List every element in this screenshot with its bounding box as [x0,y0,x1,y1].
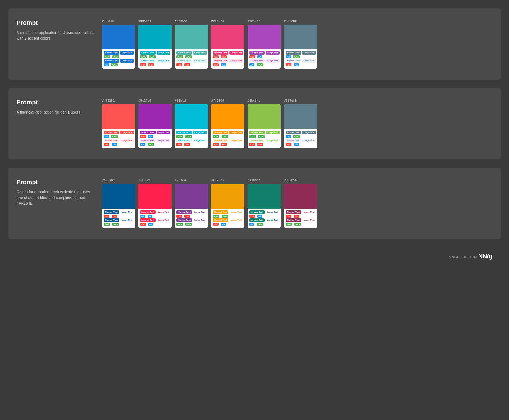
normal-text-btn-5[interactable]: Normal Text [286,131,301,134]
large-text-btn-3[interactable]: Large Text [229,131,243,134]
rating-row-1-5: AAAAA [286,55,315,58]
large-text-btn-4[interactable]: Large Text [266,210,280,214]
large-text-btn-2[interactable]: Large Text [193,210,207,214]
normal-text-btn-1[interactable]: Normal Text [140,210,156,214]
normal-text-btn2-2[interactable]: Normal Text [176,59,192,63]
rating-row-1-4: FailAA [249,55,279,58]
section-3-title: Prompt [17,179,94,186]
large-text-btn-1[interactable]: Large Text [157,131,170,134]
rating-badge-2-1: Fail [184,215,190,218]
normal-text-btn2-4[interactable]: Normal Text [249,218,265,222]
rating-badge2-5-1: AAA [294,223,301,226]
large-text-btn-0[interactable]: Large Text [120,210,134,214]
footer-site: NNGROUP.COM [449,255,477,259]
normal-text-btn2-0[interactable]: Normal Text [104,218,119,222]
normal-text-btn-2[interactable]: Normal Text [176,210,192,214]
large-text-btn-0[interactable]: Large Text [120,131,134,134]
large-text-btn2-2[interactable]: Large Text [193,59,207,63]
color-card-wrapper-3: #F29F05Normal TextLarge TextAAAAAANormal… [211,179,244,228]
color-hex-0: #1976d2 [102,19,115,23]
color-card-body-5: Normal TextLarge TextAAAAANormal TextLar… [284,129,317,148]
color-swatch-4 [248,104,281,129]
normal-text-btn-2[interactable]: Normal Text [176,51,192,55]
large-text-btn-5[interactable]: Large Text [302,210,316,214]
normal-text-btn2-4[interactable]: Normal Text [249,59,265,63]
large-text-btn2-1[interactable]: Large Text [157,59,170,63]
large-text-btn2-4[interactable]: Large Text [266,59,280,63]
large-text-btn2-5[interactable]: Large Text [302,218,316,222]
normal-text-btn2-1[interactable]: Normal Text [140,139,156,142]
large-text-btn2-1[interactable]: Large Text [157,218,170,222]
rating-badge-2-0: AAA [176,55,183,58]
large-text-btn-3[interactable]: Large Text [229,51,243,55]
rating-row-1-0: FailFail [104,215,133,218]
normal-text-btn-3[interactable]: Normal Text [213,210,228,214]
large-text-btn2-1[interactable]: Large Text [157,139,170,142]
rating-row-3-1: AAAAA [140,143,170,146]
large-text-btn-1[interactable]: Large Text [157,210,170,214]
normal-text-btn2-0[interactable]: Normal Text [104,59,119,63]
large-text-btn2-5[interactable]: Large Text [302,139,316,142]
contrast-row-0-1: Normal TextLarge Text [140,51,170,55]
normal-text-btn2-1[interactable]: Normal Text [140,218,156,222]
normal-text-btn-4[interactable]: Normal Text [249,210,265,214]
large-text-btn-3[interactable]: Large Text [229,210,243,214]
color-swatch-3 [211,25,244,49]
rating-badge-5-0: AA [286,135,291,138]
normal-text-btn2-3[interactable]: Normal Text [213,218,228,222]
normal-text-btn-0[interactable]: Normal Text [104,51,119,55]
large-text-btn2-2[interactable]: Large Text [193,139,207,142]
large-text-btn-1[interactable]: Large Text [157,51,170,55]
large-text-btn2-2[interactable]: Large Text [193,218,207,222]
large-text-btn2-0[interactable]: Large Text [120,139,134,142]
large-text-btn2-4[interactable]: Large Text [266,139,280,142]
normal-text-btn-0[interactable]: Normal Text [104,131,119,134]
normal-text-btn2-3[interactable]: Normal Text [213,139,228,142]
normal-text-btn2-4[interactable]: Normal Text [249,139,265,142]
rating-row-3-5: AAAAAA [286,223,315,226]
large-text-btn2-3[interactable]: Large Text [229,218,243,222]
rating-row-1-0: AAAAA [104,135,133,138]
normal-text-btn2-5[interactable]: Normal Text [286,139,301,142]
section-3-cards: #005792Normal TextLarge TextFailFailNorm… [102,179,492,228]
large-text-btn2-3[interactable]: Large Text [229,139,243,142]
normal-text-btn-3[interactable]: Normal Text [213,51,228,55]
large-text-btn-0[interactable]: Large Text [120,51,134,55]
rating-badge2-2-1: Fail [184,143,190,146]
color-swatch-4 [248,25,281,49]
normal-text-btn-1[interactable]: Normal Text [140,131,156,134]
normal-text-btn2-1[interactable]: Normal Text [140,59,156,63]
large-text-btn-5[interactable]: Large Text [302,51,316,55]
large-text-btn2-4[interactable]: Large Text [266,218,280,222]
large-text-btn-2[interactable]: Large Text [193,131,207,134]
normal-text-btn-4[interactable]: Normal Text [249,131,265,134]
large-text-btn-4[interactable]: Large Text [266,131,280,134]
large-text-btn-4[interactable]: Large Text [266,51,280,55]
normal-text-btn2-3[interactable]: Normal Text [213,59,228,63]
normal-text-btn2-0[interactable]: Normal Text [104,139,119,142]
color-card-body-0: Normal TextLarge TextFailFailNormal Text… [102,209,135,228]
large-text-btn-5[interactable]: Large Text [302,131,316,134]
rating-badge-4-1: AA [257,55,262,58]
large-text-btn2-0[interactable]: Large Text [120,59,134,63]
rating-badge2-0-1: AA [112,143,117,146]
normal-text-btn-2[interactable]: Normal Text [176,131,192,134]
contrast-row-0-1: Normal TextLarge Text [140,210,170,214]
large-text-btn2-5[interactable]: Large Text [302,59,316,63]
normal-text-btn-4[interactable]: Normal Text [249,51,265,55]
large-text-btn2-0[interactable]: Large Text [120,218,134,222]
normal-text-btn2-5[interactable]: Normal Text [286,59,301,63]
normal-text-btn-1[interactable]: Normal Text [140,51,156,55]
rating-row-1-1: AAAA [140,215,170,218]
normal-text-btn-5[interactable]: Normal Text [286,51,301,55]
large-text-btn2-3[interactable]: Large Text [229,59,243,63]
normal-text-btn-5[interactable]: Normal Text [286,210,301,214]
normal-text-btn2-2[interactable]: Normal Text [176,218,192,222]
normal-text-btn-0[interactable]: Normal Text [104,210,119,214]
color-card-wrapper-5: #607d8bNormal TextLarge TextAAAAANormal … [284,19,317,69]
normal-text-btn2-5[interactable]: Normal Text [286,218,301,222]
large-text-btn-2[interactable]: Large Text [193,51,207,55]
normal-text-btn-3[interactable]: Normal Text [213,131,228,134]
normal-text-btn2-2[interactable]: Normal Text [176,139,192,142]
rating-badge2-3-1: Fail [221,143,227,146]
